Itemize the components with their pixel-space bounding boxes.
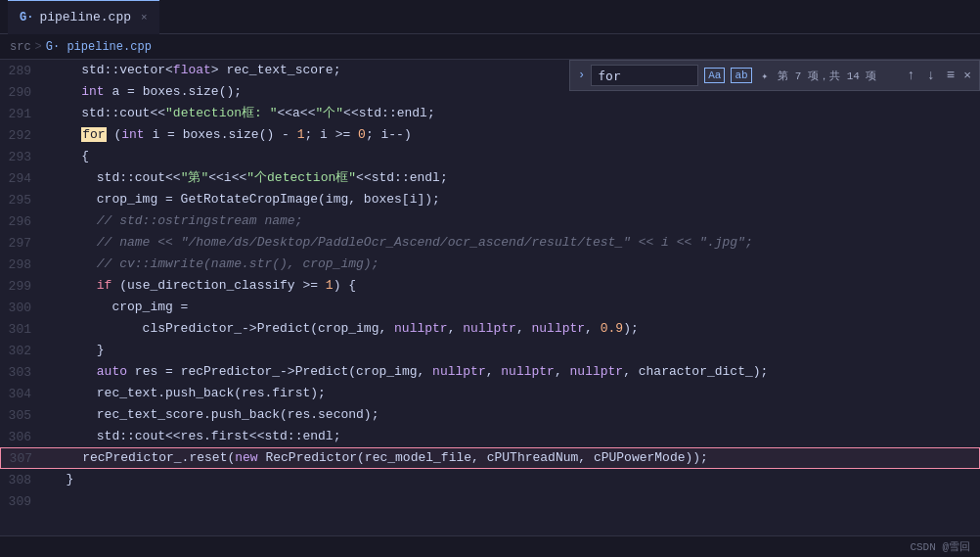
code-line: 299 if (use_direction_classify >= 1) {	[0, 275, 980, 297]
line-content: // std::ostringstream name;	[47, 210, 980, 232]
tab-pipeline-cpp[interactable]: G· pipeline.cpp ×	[8, 0, 159, 34]
code-line: 307 recPredictor_.reset(new RecPredictor…	[0, 447, 980, 469]
code-line: 301 clsPredictor_->Predict(crop_img, nul…	[0, 318, 980, 340]
line-content: auto res = recPredictor_->Predict(crop_i…	[47, 361, 980, 383]
code-line: 293 {	[0, 146, 980, 167]
breadcrumb-file: G· pipeline.cpp	[46, 40, 152, 54]
code-line: 295 crop_img = GetRotateCropImage(img, b…	[0, 189, 980, 210]
search-next-button[interactable]: ↓	[923, 68, 937, 83]
line-content: rec_text.push_back(res.first);	[47, 383, 980, 404]
line-number: 291	[0, 107, 47, 121]
line-number: 300	[0, 301, 47, 315]
code-line: 305 rec_text_score.push_back(res.second)…	[0, 404, 980, 426]
line-content: std::cout<<"第"<<i<<"个detection框"<<std::e…	[47, 167, 980, 189]
line-content: // cv::imwrite(name.str(), crop_img);	[47, 254, 980, 275]
line-number: 308	[0, 473, 47, 487]
line-number: 301	[0, 322, 47, 337]
code-line: 300 crop_img =	[0, 297, 980, 318]
tab-language-icon: G·	[20, 11, 33, 24]
line-number: 306	[0, 430, 47, 444]
breadcrumb-sep1: >	[35, 40, 42, 54]
code-line: 308 }	[0, 469, 980, 490]
code-line: 309	[0, 490, 980, 512]
line-number: 297	[0, 236, 47, 251]
line-number: 296	[0, 214, 47, 229]
search-prev-button[interactable]: ↑	[904, 68, 917, 83]
line-content: clsPredictor_->Predict(crop_img, nullptr…	[47, 318, 980, 340]
line-content: std::cout<<"detection框: "<<a<<"个"<<std::…	[47, 103, 980, 124]
code-line: 304 rec_text.push_back(res.first);	[0, 383, 980, 404]
search-input[interactable]	[591, 65, 698, 86]
tab-close-button[interactable]: ×	[141, 12, 148, 23]
line-number: 294	[0, 171, 47, 186]
line-number: 295	[0, 193, 47, 208]
line-number: 307	[1, 451, 48, 466]
breadcrumb-src: src	[10, 40, 31, 54]
line-number: 305	[0, 408, 47, 423]
breadcrumb: src > G· pipeline.cpp	[0, 34, 980, 60]
search-bar: › Aa ab ✦ 第 7 项，共 14 项 ↑ ↓ ≡ ×	[569, 60, 980, 91]
tab-filename: pipeline.cpp	[39, 10, 131, 24]
line-number: 299	[0, 279, 47, 294]
search-menu-button[interactable]: ≡	[944, 68, 958, 83]
line-content: recPredictor_.reset(new RecPredictor(rec…	[48, 447, 979, 469]
line-content: }	[47, 340, 980, 361]
search-close-button[interactable]: ×	[963, 69, 971, 83]
status-label: CSDN @雪回	[910, 539, 970, 554]
line-number: 298	[0, 257, 47, 272]
line-number: 309	[0, 494, 47, 509]
code-line: 297 // name << "/home/ds/Desktop/PaddleO…	[0, 232, 980, 254]
status-bar: CSDN @雪回	[0, 535, 980, 557]
editor-area: 289 std::vector<float> rec_text_score;29…	[0, 60, 980, 535]
code-line: 298 // cv::imwrite(name.str(), crop_img)…	[0, 254, 980, 275]
search-whole-word-button[interactable]: ab	[731, 68, 751, 83]
code-line: 294 std::cout<<"第"<<i<<"个detection框"<<st…	[0, 167, 980, 189]
code-line: 306 std::cout<<res.first<<std::endl;	[0, 426, 980, 447]
line-content: crop_img =	[47, 297, 980, 318]
line-content: for (int i = boxes.size() - 1; i >= 0; i…	[47, 124, 980, 146]
line-number: 303	[0, 365, 47, 380]
search-regex-button[interactable]: ✦	[758, 68, 773, 84]
code-container: 289 std::vector<float> rec_text_score;29…	[0, 60, 980, 535]
line-content: rec_text_score.push_back(res.second);	[47, 404, 980, 426]
tab-bar: G· pipeline.cpp ×	[0, 0, 980, 34]
search-case-sensitive-button[interactable]: Aa	[704, 68, 725, 83]
code-line: 292 for (int i = boxes.size() - 1; i >= …	[0, 124, 980, 146]
line-number: 293	[0, 150, 47, 164]
line-content: std::cout<<res.first<<std::endl;	[47, 426, 980, 447]
line-content: if (use_direction_classify >= 1) {	[47, 275, 980, 297]
search-arrow-icon: ›	[578, 69, 585, 82]
line-number: 304	[0, 387, 47, 401]
line-content: crop_img = GetRotateCropImage(img, boxes…	[47, 189, 980, 210]
line-number: 292	[0, 128, 47, 143]
line-number: 289	[0, 64, 47, 78]
code-line: 303 auto res = recPredictor_->Predict(cr…	[0, 361, 980, 383]
code-line: 291 std::cout<<"detection框: "<<a<<"个"<<s…	[0, 103, 980, 124]
line-number: 302	[0, 344, 47, 358]
search-result-count: 第 7 项，共 14 项	[778, 69, 898, 83]
line-content: // name << "/home/ds/Desktop/PaddleOcr_A…	[47, 232, 980, 254]
line-content: {	[47, 146, 980, 167]
line-number: 290	[0, 85, 47, 100]
line-content: }	[47, 469, 980, 490]
code-line: 302 }	[0, 340, 980, 361]
code-line: 296 // std::ostringstream name;	[0, 210, 980, 232]
